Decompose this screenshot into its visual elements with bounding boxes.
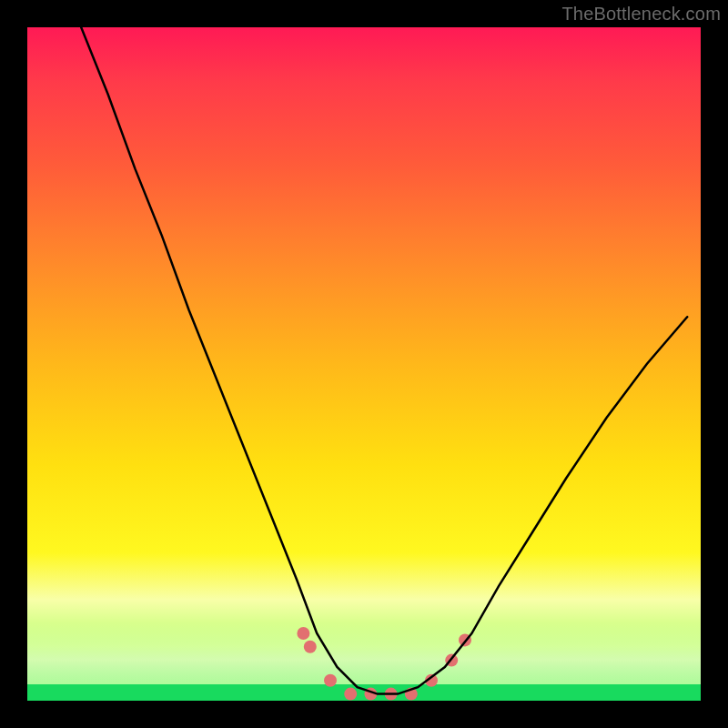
- chart-svg: [27, 27, 701, 701]
- highlight-dot: [324, 674, 337, 687]
- highlight-dot: [304, 641, 317, 653]
- plot-area: [27, 27, 701, 701]
- highlight-dot: [297, 627, 309, 640]
- markers-group: [297, 627, 471, 701]
- bottleneck-curve: [81, 27, 687, 694]
- watermark-text: TheBottleneck.com: [561, 4, 721, 25]
- chart-frame: TheBottleneck.com: [0, 0, 728, 728]
- highlight-dot: [344, 688, 357, 701]
